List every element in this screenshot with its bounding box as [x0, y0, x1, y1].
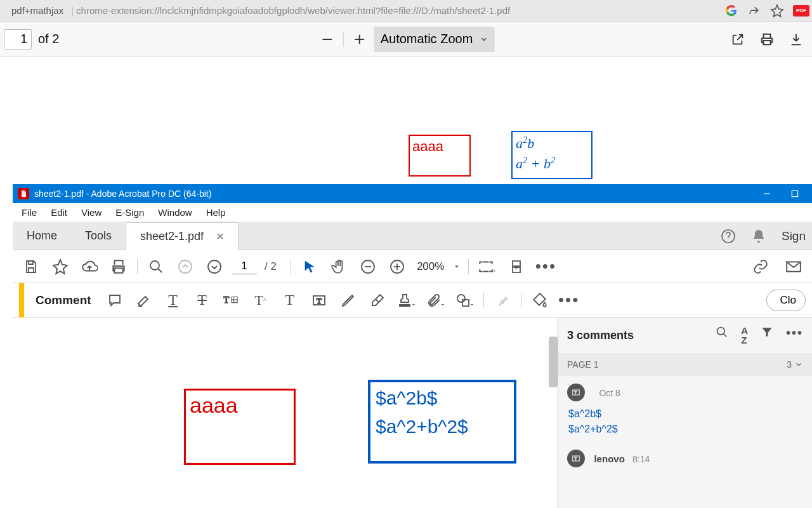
print-icon[interactable]: [107, 255, 131, 279]
page-down-icon[interactable]: [202, 255, 226, 279]
cloud-upload-icon[interactable]: [77, 255, 102, 279]
comment-time: Oct 8: [594, 388, 620, 398]
highlight-icon[interactable]: [132, 288, 156, 312]
tab-tools[interactable]: Tools: [71, 222, 126, 250]
tab-close-icon[interactable]: ×: [216, 229, 224, 244]
save-icon[interactable]: [19, 255, 43, 279]
attach-icon[interactable]: [424, 288, 448, 312]
scroll-mode-icon[interactable]: [504, 255, 528, 279]
comment-item[interactable]: T Oct 8 $a^2b$ $a^2+b^2$: [558, 376, 812, 442]
page-total-label: / 2: [262, 260, 277, 273]
page-up-icon[interactable]: [173, 255, 197, 279]
zoom-select[interactable]: Automatic Zoom: [374, 27, 495, 52]
menu-window[interactable]: Window: [158, 207, 192, 218]
svg-point-23: [717, 328, 725, 335]
comments-header: 3 comments AZ •••: [558, 318, 812, 353]
zoom-in-button[interactable]: [350, 30, 369, 49]
comment-text-line: $a^2b$: [568, 406, 803, 422]
comment-text-line: $a^2+b^2$: [568, 422, 803, 437]
bell-icon[interactable]: [751, 229, 766, 244]
email-icon[interactable]: [782, 255, 806, 279]
svg-text:T: T: [317, 296, 322, 305]
google-icon[interactable]: [724, 4, 738, 18]
pin-icon[interactable]: [490, 288, 514, 312]
more-comments-icon[interactable]: •••: [786, 326, 803, 345]
comment-item[interactable]: T lenovo 8:14: [558, 442, 812, 472]
zoom-dropdown-icon[interactable]: [452, 255, 462, 279]
download-icon[interactable]: [787, 30, 806, 49]
insert-text-icon[interactable]: T^: [249, 288, 273, 312]
scrollbar-thumb[interactable]: [549, 337, 558, 387]
menu-esign[interactable]: E-Sign: [115, 207, 144, 218]
search-icon[interactable]: [144, 255, 168, 279]
zoom-out-button[interactable]: [318, 30, 337, 49]
strikethrough-icon[interactable]: T: [190, 288, 214, 312]
red-annotation-big[interactable]: aaaa: [184, 389, 296, 465]
star-icon[interactable]: [770, 4, 784, 18]
tab-document[interactable]: sheet2-1.pdf ×: [126, 222, 239, 250]
page-number-input[interactable]: [4, 29, 32, 50]
text-tool-icon[interactable]: T: [278, 288, 302, 312]
blue-annotation-small: a2b a2 + b2: [511, 131, 593, 179]
print-icon[interactable]: [757, 30, 776, 49]
shapes-icon[interactable]: [453, 288, 477, 312]
blue-annotation-big[interactable]: $a^2b$ $a^2+b^2$: [368, 380, 516, 464]
browser-url[interactable]: chrome-extension://lnclckmjnfidmpkgoiafo…: [76, 5, 510, 16]
separator: [468, 259, 469, 274]
select-tool-icon[interactable]: [298, 255, 322, 279]
maximize-button[interactable]: [790, 189, 799, 198]
red-annotation-text: aaaa: [190, 393, 238, 417]
acrobat-menubar: File Edit View E-Sign Window Help: [13, 203, 812, 222]
separator: [291, 259, 291, 274]
star-icon[interactable]: [48, 255, 72, 279]
more-icon[interactable]: •••: [534, 255, 558, 279]
filter-comments-icon[interactable]: [761, 326, 773, 345]
comments-page-group[interactable]: PAGE 1 3: [558, 353, 812, 376]
acrobat-toolbar-comment: Comment T T T T^ T T ••• Clo: [13, 283, 812, 318]
sort-comments-icon[interactable]: AZ: [741, 326, 748, 345]
search-comments-icon[interactable]: [716, 326, 728, 345]
eraser-icon[interactable]: [365, 288, 390, 312]
zoom-in-icon[interactable]: [385, 255, 409, 279]
zoom-level-label[interactable]: 200%: [414, 260, 447, 273]
menu-help[interactable]: Help: [206, 207, 226, 218]
comment-type-icon: T: [567, 384, 585, 401]
comment-author-name: lenovo: [594, 453, 624, 464]
link-icon[interactable]: [749, 255, 773, 279]
acrobat-titlebar[interactable]: sheet2-1.pdf - Adobe Acrobat Pro DC (64-…: [13, 184, 812, 203]
sticky-note-icon[interactable]: [103, 288, 127, 312]
zoom-out-icon[interactable]: [356, 255, 380, 279]
more-tools-icon[interactable]: •••: [557, 288, 581, 312]
svg-point-8: [179, 260, 192, 273]
svg-text:T: T: [574, 457, 577, 461]
fit-width-icon[interactable]: [475, 255, 499, 279]
open-external-icon[interactable]: [728, 30, 747, 49]
tab-home[interactable]: Home: [13, 222, 71, 250]
separator: [521, 293, 521, 308]
sign-in-label[interactable]: Sign: [782, 229, 806, 243]
comment-time: 8:14: [627, 454, 650, 464]
hand-tool-icon[interactable]: [327, 255, 351, 279]
textbox-icon[interactable]: T: [307, 288, 331, 312]
underline-icon[interactable]: T: [161, 288, 185, 312]
math-line-1: a2b: [516, 133, 588, 154]
minimize-button[interactable]: [763, 189, 771, 198]
page-number-input[interactable]: [232, 258, 257, 274]
comment-panel-label: Comment: [29, 293, 98, 307]
extension-pdfjs-icon[interactable]: PDF: [793, 5, 809, 17]
close-panel-button[interactable]: Clo: [766, 290, 806, 311]
document-canvas[interactable]: aaaa $a^2b$ $a^2+b^2$: [13, 318, 558, 508]
svg-point-9: [208, 260, 221, 273]
acrobat-tabstrip: Home Tools sheet2-1.pdf × Sign: [13, 222, 812, 250]
zoom-select-label: Automatic Zoom: [381, 32, 473, 46]
paint-bucket-icon[interactable]: [528, 288, 552, 312]
pencil-icon[interactable]: [336, 288, 360, 312]
menu-view[interactable]: View: [81, 207, 102, 218]
comment-author: Oct 8: [587, 387, 620, 398]
share-icon[interactable]: [747, 4, 761, 18]
replace-text-icon[interactable]: T: [219, 288, 244, 312]
menu-file[interactable]: File: [22, 207, 37, 218]
help-icon[interactable]: [721, 229, 736, 244]
stamp-icon[interactable]: [395, 288, 419, 312]
menu-edit[interactable]: Edit: [51, 207, 67, 218]
